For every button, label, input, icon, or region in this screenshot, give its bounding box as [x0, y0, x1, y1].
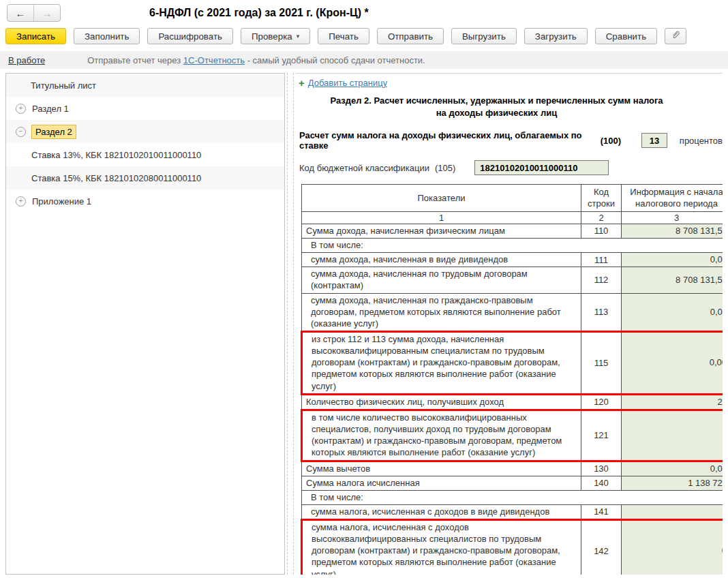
add-page-label: Добавить страницу: [308, 78, 387, 88]
sidebar-item-раздел-1[interactable]: +Раздел 1: [6, 97, 284, 120]
attachments-button[interactable]: [665, 28, 686, 44]
table-header-row: Показатели Код строки Информация с начал…: [302, 185, 723, 212]
table-row-112: сумма дохода, начисленная по трудовым до…: [302, 267, 723, 293]
line-code: 130: [581, 461, 622, 476]
page-title: 6-НДФЛ (с 2021 года) за 2021 г. (Крон-Ц)…: [149, 7, 369, 19]
line-code: 121: [581, 410, 622, 461]
paperclip-icon: [671, 30, 681, 42]
table-row-120: Количество физических лиц, получивших до…: [302, 394, 723, 410]
status-message: Отправьте отчет через 1С-Отчетность - са…: [87, 55, 425, 65]
rate-line-code: (100): [601, 136, 621, 146]
forward-icon[interactable]: →: [33, 5, 60, 21]
indicator-label: в том числе количество высококвалифициро…: [302, 410, 581, 461]
check-dropdown-button[interactable]: Проверка ▾: [241, 28, 310, 44]
indicator-label: Сумма дохода, начисленная физическим лиц…: [302, 224, 581, 238]
value-cell[interactable]: 0,00: [622, 331, 723, 394]
section-title-line1: Раздел 2. Расчет исчисленных, удержанных…: [298, 95, 695, 107]
kbk-input[interactable]: 18210102010011000110: [474, 160, 609, 175]
sidebar-item-ставка-13-кбк-18210102010011000110[interactable]: Ставка 13%, КБК 18210102010011000110: [6, 143, 284, 166]
column-number-1: 1: [302, 211, 581, 224]
table-row-113: сумма дохода, начисленная по гражданско-…: [302, 293, 723, 331]
export-button[interactable]: Выгрузить: [451, 28, 517, 44]
1c-reporting-link[interactable]: 1С-Отчетность: [183, 55, 245, 65]
save-button[interactable]: Записать: [5, 28, 66, 44]
tree-item-label: Раздел 2: [31, 125, 76, 139]
value-cell[interactable]: 0,00: [622, 293, 723, 331]
value-cell[interactable]: 0,00: [622, 461, 723, 476]
indicator-label: сумма налога, исчисленная с доходов в ви…: [302, 504, 581, 519]
value-cell[interactable]: 8 708 131,51: [622, 267, 723, 293]
sidebar-item-титульный-лист[interactable]: Титульный лист: [6, 74, 284, 97]
line-code: 112: [581, 267, 622, 293]
rate-input[interactable]: 13: [641, 133, 667, 148]
rate-row: Расчет сумм налога на доходы физических …: [299, 130, 723, 151]
print-button[interactable]: Печать: [318, 28, 369, 44]
group-row: В том числе:: [302, 239, 723, 253]
line-code: 140: [581, 476, 622, 490]
header-line-code: Код строки: [581, 185, 622, 212]
window-header: ← → 6-НДФЛ (с 2021 года) за 2021 г. (Кро…: [0, 0, 728, 26]
expand-icon[interactable]: +: [16, 196, 26, 207]
panel-splitter[interactable]: [287, 73, 294, 575]
section-title-line2: на доходы физических лиц: [298, 107, 695, 119]
back-icon[interactable]: ←: [7, 5, 33, 21]
table-row-115: из строк 112 и 113 сумма дохода, начисле…: [302, 331, 723, 394]
line-code: 110: [581, 224, 622, 238]
value-cell[interactable]: 8 708 131,51: [622, 224, 723, 238]
rate-suffix: процентов: [680, 136, 723, 146]
status-message-prefix: Отправьте отчет через: [87, 55, 183, 65]
decode-button[interactable]: Расшифровать: [147, 28, 233, 44]
rate-label: Расчет сумм налога на доходы физических …: [299, 130, 595, 151]
load-button[interactable]: Загрузить: [524, 28, 588, 44]
table-row-140: Сумма налога исчисленная1401 138 729: [302, 476, 723, 490]
history-nav: ← →: [7, 4, 61, 22]
section-title: Раздел 2. Расчет исчисленных, удержанных…: [298, 95, 695, 119]
tree-item-label: Приложение 1: [32, 196, 91, 207]
tree-item-label: Ставка 13%, КБК 18210102010011000110: [31, 150, 201, 160]
plus-icon: +: [299, 78, 305, 87]
column-number-3: 3: [622, 211, 723, 224]
report-state-link[interactable]: В работе: [8, 55, 45, 65]
indicator-label: Сумма вычетов: [302, 461, 581, 476]
add-page-link[interactable]: + Добавить страницу: [299, 78, 723, 88]
sidebar-item-раздел-2[interactable]: −Раздел 2: [6, 120, 284, 143]
table-row-110: Сумма дохода, начисленная физическим лиц…: [302, 224, 723, 238]
line-code: 113: [581, 293, 622, 331]
compare-button[interactable]: Сравнить: [595, 28, 657, 44]
toolbar: Записать Заполнить Расшифровать Проверка…: [0, 26, 728, 50]
tree-item-label: Ставка 15%, КБК 18210102080011000110: [31, 173, 201, 183]
value-cell[interactable]: 0: [622, 504, 723, 519]
status-message-suffix: - самый удобный способ сдачи отчетности.: [245, 55, 425, 65]
line-code: 111: [581, 253, 622, 267]
table-row-141: сумма налога, исчисленная с доходов в ви…: [302, 504, 723, 519]
kbk-row: Код бюджетной классификации (105) 182101…: [299, 160, 723, 175]
value-cell[interactable]: 1 138 729: [622, 476, 723, 490]
collapse-icon[interactable]: −: [16, 127, 26, 137]
value-cell[interactable]: 0,00: [622, 253, 723, 267]
check-label: Проверка: [252, 31, 292, 42]
column-number-2: 2: [581, 211, 622, 224]
sections-tree: Титульный лист+Раздел 1−Раздел 2Ставка 1…: [5, 73, 285, 575]
kbk-label: Код бюджетной классификации: [299, 163, 429, 173]
table-row-130: Сумма вычетов1300,00: [302, 461, 723, 476]
value-cell[interactable]: -: [622, 410, 723, 461]
indicator-label: из строк 112 и 113 сумма дохода, начисле…: [302, 331, 581, 394]
header-indicators: Показатели: [302, 185, 581, 212]
value-cell[interactable]: 26: [622, 394, 723, 410]
kbk-line-code: (105): [435, 163, 455, 173]
tree-item-label: Раздел 1: [32, 104, 69, 114]
sidebar-item-ставка-15-кбк-18210102080011000110[interactable]: Ставка 15%, КБК 18210102080011000110: [6, 166, 284, 189]
indicator-label: Сумма налога исчисленная: [302, 476, 581, 490]
value-cell[interactable]: 0: [622, 520, 723, 575]
report-panel: + Добавить страницу Раздел 2. Расчет исч…: [296, 73, 723, 575]
fill-button[interactable]: Заполнить: [74, 28, 140, 44]
line-code: 142: [581, 520, 622, 575]
line-code: 141: [581, 504, 622, 519]
line-code: 115: [581, 331, 622, 394]
line-code: 120: [581, 394, 622, 410]
send-button[interactable]: Отправить: [377, 28, 444, 44]
indicator-label: сумма налога, исчисленная с доходов высо…: [302, 520, 581, 575]
sidebar-item-приложение-1[interactable]: +Приложение 1: [6, 189, 284, 213]
expand-icon[interactable]: +: [16, 104, 26, 114]
indicator-label: сумма дохода, начисленная по трудовым до…: [302, 267, 581, 293]
